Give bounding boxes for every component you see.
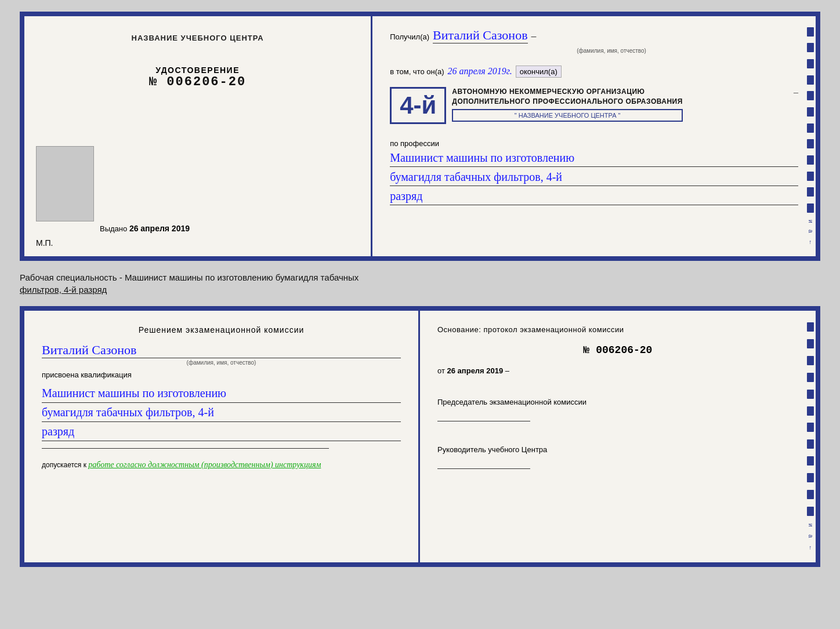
profession-block: по профессии Машинист машины по изготовл… (390, 136, 798, 205)
between-text-2-underlined: фильтров, 4-й разряд (20, 285, 107, 294)
chairman-signature (437, 410, 530, 421)
profession-hw-1: Машинист машины по изготовлению (390, 149, 798, 167)
protocol-number: № 006206-20 (437, 344, 798, 356)
between-text-1: Рабочая специальность - Машинист машины … (20, 271, 820, 283)
from-date-line: от 26 апреля 2019 – (437, 366, 798, 375)
qual-hw-1: Машинист машины по изготовлению (42, 384, 401, 403)
decision-title: Решением экзаменационной комиссии (42, 325, 401, 335)
assigned-label: присвоена квалификация (42, 370, 401, 379)
from-date-val: 26 апреля 2019 (447, 366, 504, 375)
allowed-text: допускается к работе согласно должностны… (42, 460, 401, 470)
doc-top-right: Получил(а) Виталий Сазонов – (фамилия, и… (372, 16, 816, 256)
bottom-document: Решением экзаменационной комиссии Витали… (20, 306, 820, 567)
basis-title: Основание: протокол экзаменационной коми… (437, 325, 798, 334)
issued-line: Выдано 26 апреля 2019 (100, 224, 190, 233)
from-dash: – (505, 366, 509, 375)
date-hw: 26 апреля 2019г. (448, 66, 512, 77)
qualification-block: Машинист машины по изготовлению бумагидл… (42, 384, 401, 441)
qual-hw-3: разряд (42, 422, 401, 441)
cert-number-block: УДОСТОВЕРЕНИЕ № 006206-20 (149, 66, 246, 89)
recipient-line: Получил(а) Виталий Сазонов – (390, 28, 798, 43)
person-hw: Виталий Сазонов (42, 343, 401, 358)
issued-date: 26 апреля 2019 (129, 224, 190, 233)
qual-hw-2: бумагидля табачных фильтров, 4-й (42, 403, 401, 422)
stamp-area: 4-й АВТОНОМНУЮ НЕКОММЕРЧЕСКУЮ ОРГАНИЗАЦИ… (390, 87, 798, 124)
recipient-sublabel: (фамилия, имя, отчество) (577, 48, 646, 54)
org-line2: ДОПОЛНИТЕЛЬНОГО ПРОФЕССИОНАЛЬНОГО ОБРАЗО… (452, 97, 683, 107)
vtom-prefix: в том, что он(а) (390, 67, 444, 76)
recipient-name: Виталий Сазонов (433, 28, 527, 43)
from-prefix: от (437, 366, 445, 375)
side-strips-top: и а ← (805, 16, 816, 256)
profession-hw-2: бумагидля табачных фильтров, 4-й (390, 168, 798, 186)
allowed-prefix: допускается к (42, 461, 86, 469)
org-text-block: АВТОНОМНУЮ НЕКОММЕРЧЕСКУЮ ОРГАНИЗАЦИЮ ДО… (452, 87, 683, 122)
stamp-box: 4-й (390, 87, 446, 124)
org-name-stamp: " НАЗВАНИЕ УЧЕБНОГО ЦЕНТРА " (452, 109, 683, 122)
allowed-hw: работе согласно должностным (производств… (88, 460, 321, 469)
dash2: – (794, 87, 798, 97)
doc-top-left: НАЗВАНИЕ УЧЕБНОГО ЦЕНТРА УДОСТОВЕРЕНИЕ №… (24, 16, 372, 256)
cert-number: № 006206-20 (149, 75, 246, 89)
chairman-block: Председатель экзаменационной комиссии (437, 391, 798, 421)
photo-placeholder (36, 146, 94, 221)
okonchil-label: окончил(а) (516, 66, 562, 78)
between-label: Рабочая специальность - Машинист машины … (20, 271, 820, 296)
vtom-line: в том, что он(а) 26 апреля 2019г. окончи… (390, 66, 798, 78)
head-block: Руководитель учебного Центра (437, 439, 798, 469)
qual-underline (42, 448, 329, 449)
stamp-number: 4-й (400, 93, 436, 118)
fio-small: (фамилия, имя, отчество) (42, 359, 401, 366)
person-block: Виталий Сазонов (фамилия, имя, отчество) (42, 343, 401, 366)
side-strips-bottom: и а ← (805, 311, 816, 562)
top-document: НАЗВАНИЕ УЧЕБНОГО ЦЕНТРА УДОСТОВЕРЕНИЕ №… (20, 12, 820, 261)
head-label: Руководитель учебного Центра (437, 445, 798, 455)
head-signature (437, 457, 530, 469)
poluchil-label: Получил(а) (390, 32, 429, 41)
between-text-2: фильтров, 4-й разряд (20, 283, 820, 296)
cert-label: УДОСТОВЕРЕНИЕ (149, 66, 246, 75)
profession-label: по профессии (390, 139, 798, 148)
doc-bottom-right: Основание: протокол экзаменационной коми… (420, 311, 816, 562)
school-name-top: НАЗВАНИЕ УЧЕБНОГО ЦЕНТРА (132, 34, 264, 42)
mp-label: М.П. (36, 238, 53, 248)
chairman-label: Председатель экзаменационной комиссии (437, 397, 798, 408)
org-line1: АВТОНОМНУЮ НЕКОММЕРЧЕСКУЮ ОРГАНИЗАЦИЮ (452, 87, 683, 97)
dash1: – (531, 31, 537, 42)
profession-hw-3: разряд (390, 187, 798, 205)
issued-label: Выдано (100, 224, 127, 233)
doc-bottom-left: Решением экзаменационной комиссии Витали… (24, 311, 420, 562)
